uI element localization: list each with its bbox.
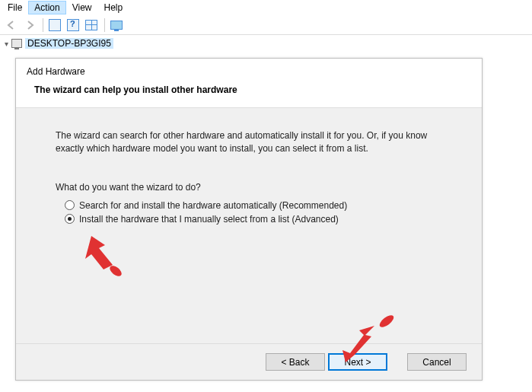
- toolbar-help-button[interactable]: [65, 17, 81, 33]
- radio-label-manual: Install the hardware that I manually sel…: [79, 214, 339, 225]
- monitor-icon: [110, 21, 123, 30]
- tree-view: ▾ DESKTOP-BP3GI95: [0, 35, 532, 52]
- menu-view[interactable]: View: [66, 1, 98, 14]
- toolbar-separator: [43, 18, 43, 32]
- menu-file[interactable]: File: [2, 1, 28, 14]
- radio-icon: [65, 200, 75, 210]
- wizard-description: The wizard can search for other hardware…: [56, 129, 451, 156]
- arrow-left-icon: [6, 20, 17, 30]
- toolbar-separator: [104, 18, 105, 32]
- toolbar: [0, 15, 532, 35]
- arrow-right-icon: [24, 20, 35, 30]
- add-hardware-wizard: Add Hardware The wizard can help you ins…: [15, 58, 483, 381]
- toolbar-monitor-button[interactable]: [108, 17, 125, 33]
- back-button[interactable]: < Back: [266, 353, 325, 371]
- toolbar-grid-button[interactable]: [83, 17, 100, 33]
- back-nav-button[interactable]: [3, 17, 20, 33]
- help-icon: [67, 19, 79, 31]
- wizard-header: Add Hardware The wizard can help you ins…: [16, 59, 482, 108]
- radio-icon: [65, 214, 75, 224]
- radio-option-automatic[interactable]: Search for and install the hardware auto…: [65, 200, 451, 211]
- computer-icon: [11, 39, 22, 48]
- menu-help[interactable]: Help: [98, 1, 129, 14]
- grid-icon: [85, 20, 97, 30]
- radio-label-automatic: Search for and install the hardware auto…: [79, 200, 347, 211]
- panel-icon: [49, 19, 61, 31]
- menu-bar: File Action View Help: [0, 0, 532, 15]
- wizard-footer: < Back Next > Cancel: [16, 343, 482, 380]
- forward-nav-button[interactable]: [21, 17, 38, 33]
- wizard-body: The wizard can search for other hardware…: [16, 108, 482, 344]
- next-button[interactable]: Next >: [328, 353, 387, 371]
- wizard-title: Add Hardware: [27, 66, 471, 77]
- cancel-button[interactable]: Cancel: [407, 353, 467, 371]
- radio-option-manual[interactable]: Install the hardware that I manually sel…: [65, 214, 451, 225]
- tree-collapse-icon[interactable]: ▾: [5, 40, 8, 48]
- menu-action[interactable]: Action: [28, 1, 65, 14]
- tree-node-desktop[interactable]: DESKTOP-BP3GI95: [25, 38, 113, 49]
- wizard-question: What do you want the wizard to do?: [56, 182, 451, 193]
- toolbar-panel1-button[interactable]: [46, 17, 63, 33]
- wizard-subtitle: The wizard can help you install other ha…: [27, 84, 471, 95]
